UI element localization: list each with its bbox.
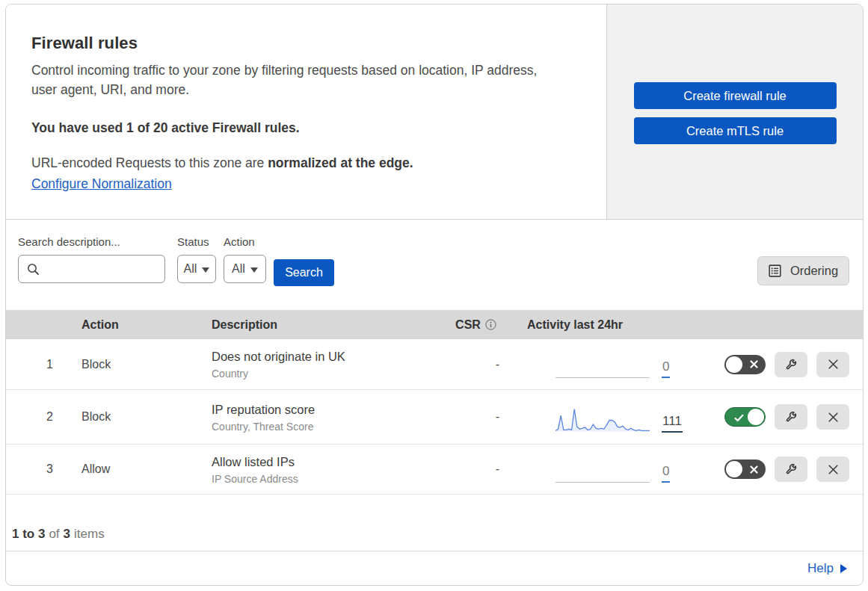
activity-sparkline-flat bbox=[555, 457, 650, 483]
csr-value: - bbox=[496, 462, 499, 476]
toggle-on-check-icon bbox=[729, 408, 748, 427]
action-filter-group: Action All bbox=[224, 235, 266, 283]
list-document-icon bbox=[769, 264, 781, 277]
normalization-note: URL-encoded Requests to this zone are no… bbox=[31, 155, 576, 171]
summary-items: items bbox=[74, 527, 105, 542]
overview-section: Firewall rules Control incoming traffic … bbox=[6, 4, 863, 220]
action-select-value: All bbox=[232, 262, 245, 276]
rule-controls bbox=[705, 404, 863, 430]
action-label: Action bbox=[224, 235, 266, 248]
rule-activity-cell: 111 bbox=[527, 390, 705, 444]
edit-rule-button[interactable] bbox=[775, 457, 807, 482]
rule-description: IP reputation score bbox=[212, 402, 425, 418]
toggle-knob bbox=[748, 409, 764, 425]
rule-controls bbox=[705, 352, 863, 377]
rule-description-cell: Allow listed IPs IP Source Address bbox=[212, 454, 425, 485]
table-row: 2 Block IP reputation score Country, Thr… bbox=[6, 390, 863, 445]
edit-rule-button[interactable] bbox=[775, 352, 807, 377]
rule-controls bbox=[705, 457, 863, 482]
rule-description-cell: IP reputation score Country, Threat Scor… bbox=[212, 402, 425, 433]
create-mtls-rule-button[interactable]: Create mTLS rule bbox=[634, 117, 837, 144]
toggle-off-x-icon bbox=[744, 355, 763, 374]
activity-count-link[interactable]: 111 bbox=[662, 414, 683, 433]
delete-rule-button[interactable] bbox=[816, 404, 849, 430]
ordering-button-label: Ordering bbox=[790, 264, 838, 278]
wrench-icon bbox=[784, 358, 798, 371]
filter-bar: Search description... Status All Action … bbox=[6, 220, 863, 310]
page-title: Firewall rules bbox=[31, 34, 576, 53]
chevron-down-icon bbox=[202, 267, 209, 273]
search-box bbox=[18, 255, 165, 283]
header-cell-description: Description bbox=[212, 318, 425, 332]
rule-action: Block bbox=[81, 410, 212, 424]
rule-enabled-toggle[interactable] bbox=[724, 407, 766, 427]
toggle-off-x-icon bbox=[744, 460, 763, 479]
overview-text-panel: Firewall rules Control incoming traffic … bbox=[6, 4, 606, 219]
actions-panel: Create firewall rule Create mTLS rule bbox=[606, 4, 863, 219]
normalization-note-prefix: URL-encoded Requests to this zone are bbox=[31, 155, 268, 170]
help-link[interactable]: Help bbox=[807, 561, 847, 576]
page-description: Control incoming traffic to your zone by… bbox=[31, 61, 555, 99]
help-row: Help bbox=[6, 551, 863, 586]
wrench-icon bbox=[784, 462, 798, 476]
rule-description: Allow listed IPs bbox=[212, 454, 425, 470]
status-label: Status bbox=[177, 235, 216, 248]
summary-total: 3 bbox=[64, 527, 70, 541]
toggle-knob bbox=[726, 356, 742, 373]
search-input[interactable] bbox=[19, 256, 164, 282]
create-firewall-rule-button[interactable]: Create firewall rule bbox=[634, 82, 837, 109]
close-x-icon bbox=[827, 411, 840, 424]
help-link-label: Help bbox=[807, 561, 834, 576]
close-x-icon bbox=[827, 358, 840, 371]
usage-note: You have used 1 of 20 active Firewall ru… bbox=[31, 120, 576, 136]
summary-of: of bbox=[49, 527, 59, 542]
rule-description: Does not originate in UK bbox=[212, 349, 425, 365]
csr-header-label: CSR bbox=[455, 318, 481, 332]
normalization-note-bold: normalized at the edge. bbox=[268, 155, 413, 170]
rule-number: 1 bbox=[6, 358, 81, 371]
pagination-summary: 1 to 3 of 3 items bbox=[6, 495, 863, 551]
header-cell-csr: CSR bbox=[425, 318, 527, 332]
rule-enabled-toggle[interactable] bbox=[724, 460, 766, 479]
rule-description-cell: Does not originate in UK Country bbox=[212, 349, 425, 380]
csr-value: - bbox=[496, 358, 499, 371]
activity-sparkline-chart bbox=[555, 402, 650, 433]
search-label: Search description... bbox=[18, 235, 165, 248]
arrow-right-icon bbox=[840, 564, 847, 573]
status-select[interactable]: All bbox=[177, 255, 216, 283]
rule-number: 3 bbox=[6, 462, 81, 476]
csr-value: - bbox=[496, 410, 499, 424]
status-filter-group: Status All bbox=[177, 235, 216, 283]
search-icon bbox=[27, 263, 40, 279]
action-select[interactable]: All bbox=[224, 255, 266, 283]
wrench-icon bbox=[784, 410, 798, 424]
header-cell-activity: Activity last 24hr bbox=[527, 318, 705, 332]
table-header: Action Description CSR Activity last 24h… bbox=[6, 310, 863, 339]
table-row: 1 Block Does not originate in UK Country… bbox=[6, 339, 863, 390]
activity-count-link[interactable]: 0 bbox=[662, 359, 670, 378]
info-icon[interactable] bbox=[485, 319, 496, 330]
summary-range: 1 to 3 bbox=[12, 527, 45, 541]
activity-sparkline-flat bbox=[555, 351, 650, 378]
toggle-knob bbox=[726, 461, 742, 477]
search-filter-group: Search description... bbox=[18, 235, 165, 283]
rule-csr: - bbox=[425, 410, 527, 424]
delete-rule-button[interactable] bbox=[816, 457, 849, 482]
rule-description-fields: Country bbox=[212, 368, 425, 380]
rule-enabled-toggle[interactable] bbox=[724, 355, 766, 374]
header-cell-action: Action bbox=[81, 318, 212, 332]
rule-csr: - bbox=[425, 462, 527, 476]
rule-description-fields: IP Source Address bbox=[212, 473, 425, 485]
close-x-icon bbox=[827, 463, 840, 476]
rule-action: Allow bbox=[81, 462, 212, 476]
edit-rule-button[interactable] bbox=[775, 404, 807, 430]
rule-csr: - bbox=[425, 358, 527, 371]
delete-rule-button[interactable] bbox=[816, 352, 849, 377]
ordering-button[interactable]: Ordering bbox=[757, 256, 849, 285]
activity-count-link[interactable]: 0 bbox=[662, 464, 670, 483]
rule-activity-cell: 0 bbox=[527, 445, 705, 494]
configure-normalization-link[interactable]: Configure Normalization bbox=[31, 176, 172, 192]
search-button[interactable]: Search bbox=[274, 259, 334, 286]
firewall-rules-card: Firewall rules Control incoming traffic … bbox=[5, 4, 864, 586]
chevron-down-icon bbox=[250, 267, 258, 273]
